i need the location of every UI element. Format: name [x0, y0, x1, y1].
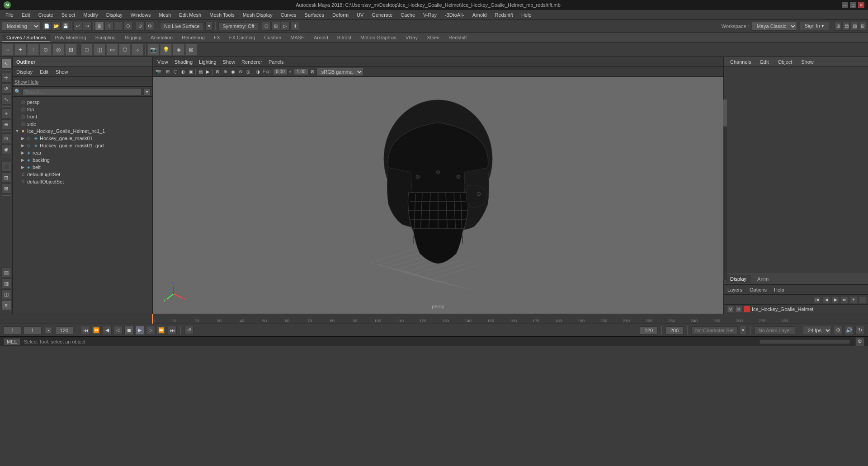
shelf-icon-12[interactable]: 📷 [147, 44, 159, 56]
shelf-icon-14[interactable]: ◈ [173, 44, 184, 56]
arrow-backing[interactable]: ▶ [20, 157, 25, 163]
layout-btn-2[interactable]: ▤ [843, 22, 850, 31]
shelf-icon-8[interactable]: ◫ [94, 44, 105, 56]
maximize-button[interactable]: □ [850, 2, 856, 8]
shelf-tab-motion-graphics[interactable]: Motion Graphics [356, 34, 401, 42]
layers-nav-remove[interactable]: - [859, 296, 866, 303]
menu-file[interactable]: File [2, 11, 17, 19]
snap-curve-button[interactable]: ⌇ [104, 22, 113, 31]
sign-in-button[interactable]: Sign In ▾ [800, 22, 829, 30]
arrow-belt[interactable]: ▶ [20, 165, 25, 170]
shelf-tab-fx-caching[interactable]: FX Caching [225, 34, 259, 42]
undo-button[interactable]: ↩ [73, 22, 82, 31]
menu-redshift[interactable]: Redshift [491, 11, 517, 19]
loop-button[interactable]: ↺ [184, 326, 193, 335]
cam-view-btn-2[interactable]: ⊞ [271, 22, 280, 31]
tree-item-helmet-grp[interactable]: ▼ ■ Ice_Hockey_Goalie_Helmet_nc1_1 [13, 127, 152, 135]
menu-curves[interactable]: Curves [277, 11, 300, 19]
shelf-tab-vray[interactable]: VRay [401, 34, 422, 42]
go-end-button[interactable]: ⏭ [168, 326, 177, 335]
mel-button[interactable]: MEL [4, 338, 20, 345]
channel-tab-show[interactable]: Show [798, 58, 816, 66]
play-fwd-button[interactable]: ▶ [135, 326, 144, 335]
shelf-icon-15[interactable]: ⊠ [185, 44, 197, 56]
poly-tools[interactable]: ⬛ [1, 162, 11, 172]
shelf-tab-arnold[interactable]: Arnold [309, 34, 333, 42]
vp-hud-btn[interactable]: ⊕ [222, 68, 229, 75]
range-indicator-icon[interactable]: ▪ [45, 327, 52, 334]
stop-button[interactable]: ⏹ [124, 326, 133, 335]
shelf-icon-1[interactable]: ○ [2, 44, 14, 56]
menu-create[interactable]: Create [35, 11, 57, 19]
shelf-tab-xgen[interactable]: XGen [422, 34, 444, 42]
outliner-scrollbar[interactable] [723, 99, 727, 280]
menu-select[interactable]: Select [58, 11, 79, 19]
vp-smooth-btn[interactable]: ⬡ [172, 68, 179, 75]
vp-camera-icon[interactable]: 📷 [155, 68, 162, 75]
da-tab-anim[interactable]: Anim [753, 275, 773, 283]
cam-view-btn-3[interactable]: ▷ [281, 22, 290, 31]
scale-tool[interactable]: ⤡ [1, 94, 11, 104]
menu-vray[interactable]: V-Ray [420, 11, 440, 19]
no-character-set-button[interactable]: No Character Set [691, 326, 738, 334]
channel-tab-edit[interactable]: Edit [757, 58, 771, 66]
menu-mesh-display[interactable]: Mesh Display [239, 11, 276, 19]
cam-view-btn-4[interactable]: ⏸ [290, 22, 299, 31]
layer-color-swatch[interactable] [744, 306, 750, 312]
shelf-icon-5[interactable]: ◎ [52, 44, 64, 56]
redo-button[interactable]: ↪ [83, 22, 92, 31]
channel-tab-channels[interactable]: Channels [727, 58, 754, 66]
layers-menu-layers[interactable]: Layers [726, 286, 744, 293]
rotate-tool[interactable]: ↺ [1, 84, 11, 94]
search-input[interactable] [23, 88, 142, 95]
layer-item-helmet[interactable]: V P Ice_Hockey_Goalie_Helmet [724, 305, 868, 314]
step-fwd-button[interactable]: ⏩ [157, 326, 166, 335]
step-back-button[interactable]: ⏪ [92, 326, 101, 335]
shelf-icon-11[interactable]: ⬦ [132, 44, 143, 56]
viewport-3d[interactable]: x y z persp [153, 77, 723, 314]
menu-arnold[interactable]: Arnold [469, 11, 491, 19]
vp-gamma-input[interactable]: 1.00 [294, 69, 308, 75]
layers-nav-prev-prev[interactable]: ⏮ [814, 296, 821, 303]
tree-item-belt[interactable]: ▶ ◈ belt [13, 164, 152, 171]
save-scene-button[interactable]: 💾 [61, 22, 70, 31]
channel-tab-object[interactable]: Object [775, 58, 795, 66]
menu-help[interactable]: Help [518, 11, 535, 19]
shelf-icon-4[interactable]: ⊙ [40, 44, 52, 56]
fps-dropdown[interactable]: 24 fps 30 fps 60 fps [803, 326, 832, 335]
menu-generate[interactable]: Generate [368, 11, 396, 19]
shelf-icon-7[interactable]: □ [81, 44, 93, 56]
vp-isolate-btn[interactable]: ◎ [245, 68, 252, 75]
shelf-icon-10[interactable]: ⬡ [119, 44, 131, 56]
frame-start-input[interactable]: 1 [4, 326, 22, 334]
layers-nav-prev[interactable]: ◀ [823, 296, 830, 303]
mesh-tools[interactable]: ⊞ [1, 173, 11, 183]
shelf-tab-animation[interactable]: Animation [146, 34, 177, 42]
anim-layer-tool[interactable]: ◫ [1, 289, 11, 299]
menu-mesh-tools[interactable]: Mesh Tools [206, 11, 238, 19]
viewport-menu-show[interactable]: Show [220, 58, 238, 66]
workspace-dropdown[interactable]: Maya Classic [752, 22, 797, 31]
move-tool[interactable]: ✛ [1, 73, 11, 83]
shelf-tab-rendering[interactable]: Rendering [177, 34, 209, 42]
no-anim-layer-button[interactable]: No Anim Layer [755, 326, 795, 334]
soft-select-tool[interactable]: ◉ [1, 144, 11, 154]
search-options-button[interactable]: ▾ [143, 88, 151, 95]
display-layer-tool[interactable]: ▤ [1, 268, 11, 278]
render-settings-button[interactable]: ⚙ [145, 22, 154, 31]
snap-surface-button[interactable]: ⬡ [123, 22, 132, 31]
shelf-tab-sculpting[interactable]: Sculpting [91, 34, 120, 42]
vp-render-btn[interactable]: ▶ [204, 68, 212, 75]
da-tab-display[interactable]: Display [726, 275, 751, 283]
layers-menu-options[interactable]: Options [748, 286, 769, 293]
viewport-menu-lighting[interactable]: Lighting [196, 58, 219, 66]
audio-button[interactable]: 🔊 [844, 326, 854, 335]
layer-vp2[interactable]: P [736, 306, 742, 312]
arrow-helmet-grp[interactable]: ▼ [14, 128, 20, 134]
timeline-ruler[interactable]: 1 10 20 30 40 50 60 70 80 90 100 110 120… [152, 314, 868, 324]
snap-grid-button[interactable]: ⊞ [95, 22, 104, 31]
snap-point-button[interactable]: · [114, 22, 123, 31]
menu-surfaces[interactable]: Surfaces [301, 11, 328, 19]
menu-uv[interactable]: UV [353, 11, 367, 19]
tree-item-default-object-set[interactable]: ⊙ defaultObjectSet [13, 178, 152, 185]
